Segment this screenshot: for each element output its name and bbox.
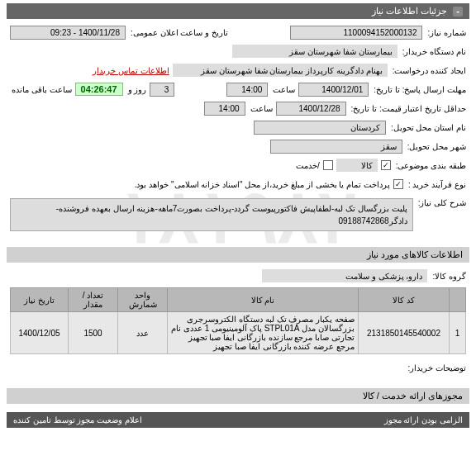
days-value: 3	[150, 83, 174, 97]
time-label-1: ساعت	[271, 85, 295, 94]
buyer-value: بیمارستان شفا شهرستان سقز	[232, 45, 397, 58]
cell-unit: عدد	[118, 312, 168, 354]
cell-qty: 1500	[69, 312, 118, 354]
cell-name: صفحه یکبار مصرف تک لبه دستگاه الکتروسرجر…	[168, 312, 359, 354]
remain-label: ساعت باقی مانده	[10, 85, 72, 94]
th-code: کد کالا	[359, 288, 450, 312]
cell-idx: 1	[450, 312, 466, 354]
group-label: گروه کالا:	[431, 272, 466, 281]
deadline-label: مهلت ارسال پاسخ: تا تاریخ:	[372, 85, 466, 94]
section3-title: مجوزهای ارائه خدمت / کالا	[363, 391, 463, 401]
section-header-permits: مجوزهای ارائه خدمت / کالا	[7, 388, 469, 404]
reqno-label: شماره نیاز:	[426, 28, 466, 37]
validity-date: 1400/12/28	[276, 102, 346, 116]
province-label: نام استان محل تحویل:	[389, 123, 466, 132]
footer-bar: الزامی بودن ارائه مجوز اعلام وضعیت مجوز …	[7, 412, 469, 428]
section-header-details: - جزئیات اطلاعات نیاز	[7, 3, 469, 19]
desc-text: پلیت بزرگسال تک لبه-لطفاپیش فاکتورپیوست …	[10, 198, 413, 231]
desc-label: شرح کلی نیاز:	[416, 195, 466, 207]
announce-value: 1400/11/28 - 09:23	[10, 26, 126, 40]
collapse-icon[interactable]: -	[453, 7, 463, 17]
section-title: جزئیات اطلاعات نیاز	[372, 6, 447, 16]
buyer-label: نام دستگاه خریدار:	[401, 47, 466, 56]
process-text: پرداخت تمام یا بخشی از مبلغ خرید،از محل …	[133, 180, 390, 189]
time-label-2: ساعت	[249, 104, 273, 113]
th-qty: تعداد / مقدار	[69, 288, 118, 312]
creator-label: ایجاد کننده درخواست:	[391, 66, 466, 75]
th-idx	[450, 288, 466, 312]
table-row: 1 2131850145540002 صفحه یکبار مصرف تک لب…	[11, 312, 466, 354]
cell-code: 2131850145540002	[359, 312, 450, 354]
validity-label: حداقل تاریخ اعتبار قیمت: تا تاریخ:	[350, 104, 466, 113]
cell-date: 1400/12/05	[11, 312, 69, 354]
reqno-value: 1100094152000132	[290, 26, 422, 40]
items-table: کد کالا نام کالا واحد شمارش تعداد / مقدا…	[10, 287, 466, 354]
validity-time: 14:00	[204, 102, 245, 116]
province-value: کردستان	[254, 121, 386, 135]
category-checkbox-service[interactable]	[323, 160, 333, 170]
process-checkbox[interactable]	[393, 179, 403, 189]
buyer-notes-label: توضیحات خریدار:	[406, 363, 466, 372]
service-label: /خدمت	[294, 161, 320, 170]
group-value: دارو، پزشکی و سلامت	[262, 269, 427, 282]
deadline-time: 14:00	[226, 83, 268, 97]
category-label: طبقه بندی موضوعی:	[394, 161, 466, 170]
footer-right: الزامی بودن ارائه مجوز	[384, 415, 463, 424]
section2-title: اطلاعات کالاهای مورد نیاز	[367, 249, 463, 259]
contact-link[interactable]: اطلاعات تماس خریدار	[93, 66, 169, 75]
countdown-timer: 04:26:47	[75, 83, 123, 96]
category-checkbox-goods[interactable]	[381, 160, 391, 170]
city-value: سقز	[270, 140, 402, 154]
table-header-row: کد کالا نام کالا واحد شمارش تعداد / مقدا…	[11, 288, 466, 312]
footer-left: اعلام وضعیت مجوز توسط تامین کننده	[13, 415, 142, 424]
th-date: تاریخ نیاز	[11, 288, 69, 312]
announce-label: تاریخ و ساعت اعلان عمومی:	[129, 28, 228, 37]
th-unit: واحد شمارش	[118, 288, 168, 312]
section-header-items: اطلاعات کالاهای مورد نیاز	[7, 247, 469, 263]
process-label: نوع فرآیند خرید :	[407, 180, 466, 189]
creator-value: بهنام دادگرینه کارپرداز بیمارستان شفا شه…	[173, 64, 388, 77]
days-label: روز و	[126, 85, 147, 94]
city-label: شهر محل تحویل:	[406, 142, 466, 151]
th-name: نام کالا	[168, 288, 359, 312]
deadline-date: 1400/12/01	[298, 83, 369, 97]
category-value: کالا	[336, 159, 378, 172]
